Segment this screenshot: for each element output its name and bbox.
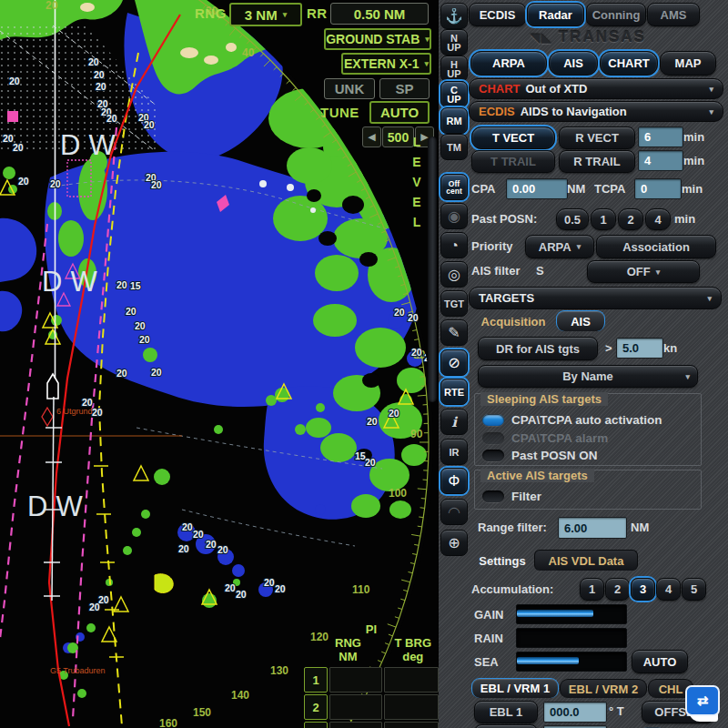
tab-ais-vdl-data[interactable]: AIS VDL Data	[534, 550, 638, 571]
arpa-button[interactable]: ARPA	[470, 51, 547, 76]
course-up-button[interactable]: CUP	[440, 81, 468, 107]
past-posn-2-button[interactable]: 2	[618, 208, 643, 230]
vector-time-input[interactable]: 6	[638, 126, 683, 147]
true-vector-button[interactable]: T VECT	[471, 126, 555, 149]
rain-slider[interactable]	[516, 628, 627, 648]
short-pulse-button[interactable]: SP	[379, 78, 430, 99]
past-posn-05-button[interactable]: 0.5	[556, 208, 589, 230]
tcpa-input[interactable]: 0	[634, 178, 682, 199]
target-button[interactable]: TGT	[440, 290, 468, 317]
sleeping-targets-group: Sleeping AIS targets CPA\TCPA auto activ…	[474, 393, 702, 466]
tab-ais-targets[interactable]: AIS	[556, 310, 605, 331]
accumulation-3-button[interactable]: 3	[631, 578, 655, 601]
true-motion-button[interactable]: TM	[440, 134, 468, 160]
target-rings-icon[interactable]: ◎	[440, 261, 468, 288]
tab-acquisition[interactable]: Acquisition	[472, 312, 554, 330]
ecdis-alert-bar[interactable]: ECDIS AIDS to Navigation ▾	[469, 101, 723, 122]
chevron-down-icon: ▾	[685, 372, 690, 381]
tab-ebl-vrm-1[interactable]: EBL / VRM 1	[471, 678, 559, 698]
svg-text:20: 20	[50, 178, 61, 189]
anchor-watch-icon[interactable]: ◉	[440, 203, 468, 229]
true-trail-button[interactable]: T TRAIL	[471, 150, 555, 173]
cpa-alarm-toggle[interactable]	[482, 432, 504, 444]
dr-for-ais-button[interactable]: DR for AIS tgts	[478, 337, 598, 360]
association-button[interactable]: Association	[596, 235, 716, 258]
stabilization-select[interactable]: GROUND STAB ▾	[324, 28, 431, 50]
split-circle-icon[interactable]: Φ	[440, 468, 468, 494]
dr-speed-input[interactable]: 5.0	[616, 338, 663, 359]
transas-logo: ◥◣ TRANSAS	[531, 28, 646, 46]
svg-text:160: 160	[159, 717, 177, 728]
tune-label: TUNE	[320, 105, 359, 120]
relative-vector-button[interactable]: R VECT	[559, 126, 635, 149]
draw-tool-icon[interactable]: ✎	[440, 319, 468, 346]
tab-settings[interactable]: Settings	[474, 551, 531, 570]
svg-text:20: 20	[394, 307, 405, 318]
svg-text:20: 20	[411, 347, 422, 358]
targets-bar[interactable]: TARGETS ▾	[469, 287, 722, 309]
gain-slider[interactable]	[516, 604, 627, 624]
svg-text:60: 60	[386, 183, 399, 196]
accumulation-5-button[interactable]: 5	[682, 578, 706, 601]
ais-button[interactable]: AIS	[549, 51, 598, 76]
tune-decrease-button[interactable]: ◀	[362, 126, 381, 147]
timer-icon[interactable]: ◔	[440, 232, 468, 258]
curve-icon[interactable]: ◠	[440, 499, 468, 525]
level-slider[interactable]	[428, 136, 437, 402]
tune-auto-button[interactable]: AUTO	[369, 101, 430, 124]
scanner-select[interactable]: EXTERN X-1 ▾	[341, 53, 431, 75]
globe-icon[interactable]: ⊕	[440, 530, 468, 556]
cpa-auto-activation-toggle[interactable]	[482, 414, 504, 426]
ais-disable-icon[interactable]: ⊘	[440, 349, 468, 376]
range-filter-input[interactable]: 6.00	[558, 517, 627, 539]
relative-motion-button[interactable]: RM	[440, 107, 468, 134]
radar-display-area[interactable]: 2030405060708090100110120130140150160 20…	[0, 0, 439, 728]
info-button[interactable]: i	[440, 409, 468, 435]
vrm-1-button[interactable]: VRM 1	[474, 724, 538, 728]
pi-col-nm: NM	[335, 650, 361, 663]
sort-select[interactable]: By Name ▾	[478, 365, 698, 388]
cpa-input[interactable]: 0.00	[506, 178, 568, 199]
filter-toggle[interactable]	[482, 490, 504, 502]
auto-gain-button[interactable]: AUTO	[632, 650, 688, 673]
past-posn-min-label: min	[674, 212, 695, 226]
pi-row-1-button[interactable]: 1	[304, 667, 328, 693]
interference-rejection-button[interactable]: IR	[440, 439, 468, 465]
svg-text:130: 130	[270, 664, 288, 677]
svg-text:20: 20	[144, 119, 155, 130]
past-posn-1-button[interactable]: 1	[591, 208, 616, 230]
ring-range-value: 0.50 NM	[330, 3, 429, 25]
svg-text:20: 20	[13, 142, 24, 153]
ship-icon[interactable]: ⚓	[440, 3, 468, 29]
accumulation-2-button[interactable]: 2	[605, 578, 630, 601]
accumulation-1-button[interactable]: 1	[580, 578, 604, 601]
ais-filter-select[interactable]: OFF ▾	[587, 260, 700, 283]
off-center-button[interactable]: Offcent	[440, 174, 468, 200]
sea-slider[interactable]	[516, 652, 627, 672]
pi-row-2-button[interactable]: 2	[304, 694, 328, 720]
tab-conning[interactable]: Conning	[586, 3, 646, 26]
tab-ecdis[interactable]: ECDIS	[469, 3, 526, 26]
past-posn-on-toggle[interactable]	[482, 450, 504, 461]
trail-min-label: min	[683, 154, 704, 167]
ebl-1-button[interactable]: EBL 1	[474, 701, 538, 723]
tab-radar[interactable]: Radar	[527, 3, 584, 26]
trail-time-input[interactable]: 4	[638, 150, 683, 171]
pi-row-3-button[interactable]: 3	[304, 722, 328, 728]
relative-trail-button[interactable]: R TRAIL	[559, 150, 635, 173]
north-up-button[interactable]: NUP	[440, 29, 468, 56]
range-select[interactable]: 3 NM ▾	[229, 3, 302, 26]
map-button[interactable]: MAP	[660, 51, 716, 76]
past-posn-4-button[interactable]: 4	[645, 208, 671, 230]
accumulation-4-button[interactable]: 4	[656, 578, 681, 601]
priority-select[interactable]: ARPA ▾	[525, 235, 594, 258]
ebl-1-input[interactable]: 000.0	[543, 702, 607, 723]
chart-alert-bar[interactable]: CHART Out of XTD ▾	[469, 78, 723, 99]
chart-button[interactable]: CHART	[600, 51, 658, 76]
route-button[interactable]: RTE	[440, 379, 468, 405]
tab-ams[interactable]: AMS	[647, 3, 700, 26]
unk-button[interactable]: UNK	[324, 78, 375, 99]
tab-ebl-vrm-2[interactable]: EBL / VRM 2	[560, 679, 647, 698]
teamviewer-icon[interactable]: ⇄	[685, 685, 722, 723]
head-up-button[interactable]: HUP	[440, 56, 468, 82]
